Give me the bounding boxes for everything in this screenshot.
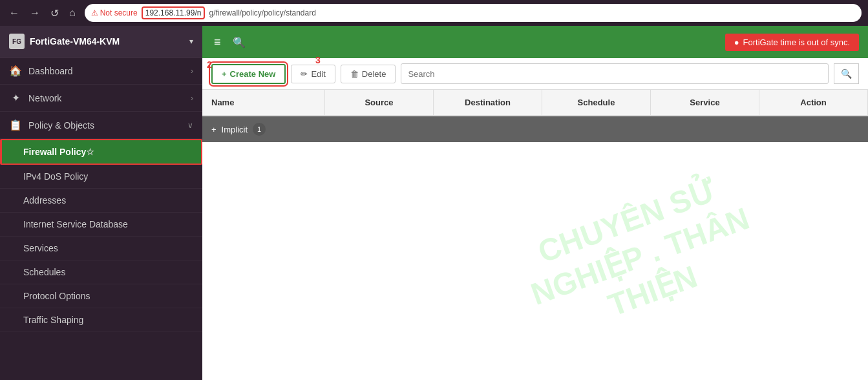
- sidebar-item-schedules[interactable]: Schedules: [0, 260, 202, 284]
- not-secure-indicator: ⚠ Not secure: [91, 8, 138, 17]
- back-button[interactable]: ←: [6, 5, 22, 21]
- device-chevron-icon[interactable]: ▾: [189, 37, 193, 46]
- device-name: FortiGate-VM64-KVM: [30, 36, 120, 47]
- col-header-schedule: Schedule: [542, 90, 651, 115]
- col-header-service: Service: [651, 90, 759, 115]
- search-icon: 🔍: [841, 69, 852, 79]
- address-bar[interactable]: ⚠ Not secure 192.168.11.99/n g/firewall/…: [85, 4, 862, 22]
- create-new-plus-icon: +: [222, 69, 227, 79]
- delete-icon: 🗑: [350, 69, 359, 79]
- edit-label: Edit: [311, 69, 325, 79]
- fortinet-logo-icon: FG: [9, 34, 25, 49]
- traffic-shaping-label: Traffic Shaping: [23, 315, 83, 325]
- policy-objects-arrow-icon: ∨: [187, 121, 193, 130]
- dashboard-icon: 🏠: [9, 65, 22, 77]
- browser-bar: ← → ↺ ⌂ ⚠ Not secure 192.168.11.99/n g/f…: [0, 0, 868, 26]
- sidebar: FG FortiGate-VM64-KVM ▾ 🏠 Dashboard › ✦ …: [0, 26, 202, 380]
- sidebar-item-traffic-shaping[interactable]: Traffic Shaping: [0, 308, 202, 332]
- forward-button[interactable]: →: [27, 5, 43, 21]
- toolbar-search-button[interactable]: 🔍: [230, 34, 248, 51]
- col-header-action: Action: [759, 90, 868, 115]
- sidebar-item-dashboard[interactable]: 🏠 Dashboard ›: [0, 58, 202, 85]
- browser-nav-buttons: ← → ↺ ⌂: [6, 5, 78, 22]
- sidebar-item-firewall-policy[interactable]: Firewall Policy ☆: [0, 139, 202, 165]
- address-rest: g/firewall/policy/policy/standard: [209, 8, 315, 17]
- col-header-destination: Destination: [434, 90, 542, 115]
- sidebar-item-policy-objects[interactable]: 📋 Policy & Objects ∨: [0, 112, 202, 139]
- action-bar: 3 + Create New ✏ Edit 🗑 Delete 🔍: [202, 58, 868, 90]
- sidebar-header: FG FortiGate-VM64-KVM ▾: [0, 26, 202, 58]
- col-header-source: Source: [325, 90, 434, 115]
- implicit-badge: 1: [253, 123, 266, 136]
- not-secure-label: Not secure: [100, 8, 138, 17]
- services-label: Services: [23, 243, 58, 253]
- hamburger-button[interactable]: ≡: [211, 33, 224, 52]
- sidebar-item-label-dashboard: Dashboard: [28, 66, 184, 76]
- dashboard-arrow-icon: ›: [191, 67, 193, 76]
- policy-objects-icon: 📋: [9, 119, 22, 131]
- protocol-options-label: Protocol Options: [23, 291, 90, 301]
- firewall-policy-label: Firewall Policy: [23, 147, 86, 157]
- sidebar-item-internet-service-database[interactable]: Internet Service Database: [0, 213, 202, 237]
- sidebar-item-label-network: Network: [28, 93, 184, 103]
- sync-warning-text: FortiGate time is out of sync.: [743, 37, 850, 47]
- schedules-label: Schedules: [23, 267, 65, 277]
- implicit-expand-icon[interactable]: +: [211, 125, 217, 134]
- reload-button[interactable]: ↺: [48, 5, 61, 22]
- content-wrapper: ≡ 🔍 ● FortiGate time is out of sync. 3 +…: [202, 26, 868, 380]
- address-highlighted: 192.168.11.99/n: [142, 6, 206, 19]
- home-button[interactable]: ⌂: [67, 5, 78, 21]
- sidebar-item-label-policy-objects: Policy & Objects: [28, 120, 181, 131]
- sidebar-item-ipv4-dos-policy[interactable]: IPv4 DoS Policy: [0, 165, 202, 189]
- create-new-label: Create New: [230, 69, 276, 79]
- firewall-policy-star-icon[interactable]: ☆: [86, 147, 94, 157]
- create-new-button[interactable]: + Create New: [211, 64, 286, 84]
- ipv4-dos-policy-label: IPv4 DoS Policy: [23, 171, 88, 182]
- table-header: Name Source Destination Schedule Service…: [202, 90, 868, 116]
- sidebar-logo: FG FortiGate-VM64-KVM: [9, 34, 120, 49]
- network-arrow-icon: ›: [191, 94, 193, 103]
- step3-label: 3: [315, 55, 321, 65]
- main-layout: FG FortiGate-VM64-KVM ▾ 🏠 Dashboard › ✦ …: [0, 26, 868, 380]
- sync-warning-icon: ●: [734, 37, 739, 47]
- internet-service-database-label: Internet Service Database: [23, 219, 128, 229]
- search-button[interactable]: 🔍: [834, 63, 859, 84]
- implicit-label: Implicit: [222, 125, 248, 134]
- edit-button[interactable]: ✏ Edit: [291, 65, 335, 83]
- table-group-implicit[interactable]: + Implicit 1: [202, 116, 868, 142]
- delete-label: Delete: [362, 69, 386, 79]
- sidebar-item-addresses[interactable]: Addresses: [0, 189, 202, 213]
- warning-icon: ⚠: [91, 8, 98, 17]
- search-input[interactable]: [401, 63, 829, 84]
- delete-button[interactable]: 🗑 Delete: [341, 65, 396, 83]
- edit-icon: ✏: [301, 69, 308, 79]
- addresses-label: Addresses: [23, 195, 66, 206]
- sidebar-item-network[interactable]: ✦ Network ›: [0, 85, 202, 112]
- col-header-name: Name: [202, 90, 325, 115]
- sidebar-item-services[interactable]: Services: [0, 237, 202, 260]
- content-toolbar: ≡ 🔍 ● FortiGate time is out of sync.: [202, 26, 868, 58]
- sidebar-item-protocol-options[interactable]: Protocol Options: [0, 284, 202, 308]
- sync-warning-banner: ● FortiGate time is out of sync.: [725, 34, 859, 51]
- table-body: + Implicit 1 2: [202, 116, 868, 380]
- network-icon: ✦: [9, 92, 22, 104]
